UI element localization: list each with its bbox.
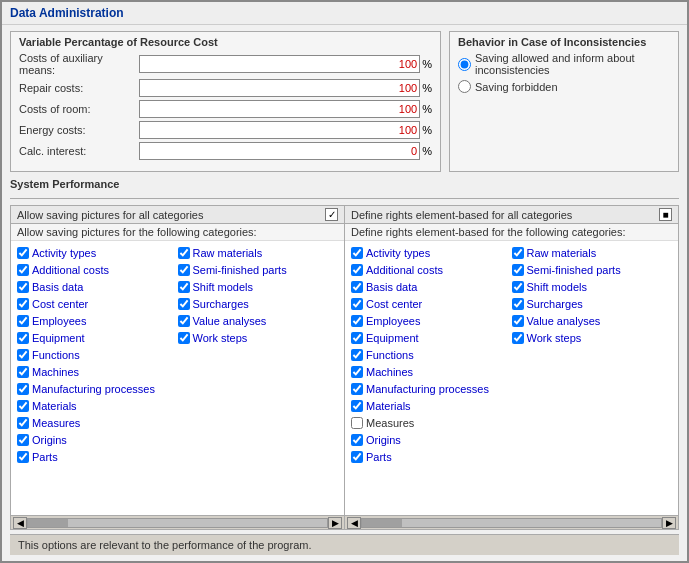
list-item: Semi-finished parts <box>512 262 673 278</box>
shift-models-check-left[interactable] <box>178 281 190 293</box>
list-item: Equipment <box>17 330 178 346</box>
machines-check-right[interactable] <box>351 366 363 378</box>
behavior-option-1: Saving forbidden <box>458 80 670 93</box>
raw-materials-check-right[interactable] <box>512 247 524 259</box>
allow-pictures-sub-header: Allow saving pictures for the following … <box>11 224 344 241</box>
left-scroll-left[interactable]: ◀ <box>13 517 27 529</box>
employees-label-left: Employees <box>32 315 86 327</box>
surcharges-label-left: Surcharges <box>193 298 249 310</box>
allow-pictures-header: Allow saving pictures for all categories… <box>11 206 344 224</box>
origins-check-left[interactable] <box>17 434 29 446</box>
semi-finished-label-left: Semi-finished parts <box>193 264 287 276</box>
right-scroll-right[interactable]: ▶ <box>662 517 676 529</box>
left-scrollbar[interactable]: ◀ ▶ <box>11 515 344 529</box>
costs-auxiliary-row: Costs of auxiliary means: % <box>19 52 432 76</box>
list-item: Cost center <box>17 296 178 312</box>
functions-check-left[interactable] <box>17 349 29 361</box>
additional-costs-check-left[interactable] <box>17 264 29 276</box>
value-analyses-check-right[interactable] <box>512 315 524 327</box>
basis-data-check-right[interactable] <box>351 281 363 293</box>
materials-check-right[interactable] <box>351 400 363 412</box>
surcharges-check-left[interactable] <box>178 298 190 310</box>
behavior-label-1: Saving forbidden <box>475 81 558 93</box>
raw-materials-label-right: Raw materials <box>527 247 597 259</box>
surcharges-check-right[interactable] <box>512 298 524 310</box>
list-item: Raw materials <box>512 245 673 261</box>
employees-check-left[interactable] <box>17 315 29 327</box>
activity-types-label-left: Activity types <box>32 247 96 259</box>
materials-check-left[interactable] <box>17 400 29 412</box>
define-rights-header: Define rights element-based for all cate… <box>345 206 678 224</box>
surcharges-label-right: Surcharges <box>527 298 583 310</box>
manufacturing-check-left[interactable] <box>17 383 29 395</box>
value-analyses-label-right: Value analyses <box>527 315 601 327</box>
list-item: Equipment <box>351 330 512 346</box>
calc-interest-input[interactable] <box>139 142 420 160</box>
behavior-radio-0[interactable] <box>458 58 471 71</box>
costs-room-label: Costs of room: <box>19 103 139 115</box>
calc-interest-label: Calc. interest: <box>19 145 139 157</box>
measures-check-right[interactable] <box>351 417 363 429</box>
repair-costs-input[interactable] <box>139 79 420 97</box>
shift-models-check-right[interactable] <box>512 281 524 293</box>
behavior-radio-1[interactable] <box>458 80 471 93</box>
list-item: Functions <box>351 347 512 363</box>
left-scroll-track[interactable] <box>27 518 328 528</box>
list-item: Value analyses <box>512 313 673 329</box>
additional-costs-check-right[interactable] <box>351 264 363 276</box>
manufacturing-label-right: Manufacturing processes <box>366 383 489 395</box>
right-scrollbar[interactable]: ◀ ▶ <box>345 515 678 529</box>
list-item: Measures <box>351 415 512 431</box>
machines-check-left[interactable] <box>17 366 29 378</box>
allow-pictures-all-checkbox[interactable]: ✓ <box>325 208 338 221</box>
define-rights-categories: Activity types Additional costs Basis da… <box>345 241 678 515</box>
energy-costs-input[interactable] <box>139 121 420 139</box>
origins-check-right[interactable] <box>351 434 363 446</box>
employees-check-right[interactable] <box>351 315 363 327</box>
variable-percentage-group: Variable Percantage of Resource Cost Cos… <box>10 31 441 172</box>
list-item: Shift models <box>512 279 673 295</box>
list-item: Machines <box>351 364 512 380</box>
semi-finished-check-left[interactable] <box>178 264 190 276</box>
functions-check-right[interactable] <box>351 349 363 361</box>
origins-label-left: Origins <box>32 434 67 446</box>
basis-data-label-left: Basis data <box>32 281 83 293</box>
list-item: Employees <box>351 313 512 329</box>
right-scroll-left[interactable]: ◀ <box>347 517 361 529</box>
list-item: Machines <box>17 364 178 380</box>
value-analyses-check-left[interactable] <box>178 315 190 327</box>
activity-types-check-right[interactable] <box>351 247 363 259</box>
left-scroll-right[interactable]: ▶ <box>328 517 342 529</box>
activity-types-check-left[interactable] <box>17 247 29 259</box>
equipment-check-left[interactable] <box>17 332 29 344</box>
basis-data-check-left[interactable] <box>17 281 29 293</box>
manufacturing-check-right[interactable] <box>351 383 363 395</box>
left-scroll-thumb[interactable] <box>28 519 68 527</box>
cost-center-check-right[interactable] <box>351 298 363 310</box>
parts-check-left[interactable] <box>17 451 29 463</box>
measures-check-left[interactable] <box>17 417 29 429</box>
semi-finished-check-right[interactable] <box>512 264 524 276</box>
parts-check-right[interactable] <box>351 451 363 463</box>
work-steps-check-right[interactable] <box>512 332 524 344</box>
cost-center-label-right: Cost center <box>366 298 422 310</box>
cost-center-check-left[interactable] <box>17 298 29 310</box>
energy-costs-label: Energy costs: <box>19 124 139 136</box>
costs-room-input[interactable] <box>139 100 420 118</box>
define-rights-header-label: Define rights element-based for all cate… <box>351 209 655 221</box>
raw-materials-check-left[interactable] <box>178 247 190 259</box>
work-steps-check-left[interactable] <box>178 332 190 344</box>
right-scroll-thumb[interactable] <box>362 519 402 527</box>
list-item: Manufacturing processes <box>17 381 178 397</box>
system-performance-label: System Performance <box>10 178 679 190</box>
right-scroll-track[interactable] <box>361 518 662 528</box>
bottom-bar: This options are relevant to the perform… <box>10 534 679 555</box>
semi-finished-label-right: Semi-finished parts <box>527 264 621 276</box>
costs-auxiliary-input[interactable] <box>139 55 420 73</box>
equipment-check-right[interactable] <box>351 332 363 344</box>
define-rights-sub-header: Define rights element-based for the foll… <box>345 224 678 241</box>
list-item: Measures <box>17 415 178 431</box>
list-item: Semi-finished parts <box>178 262 339 278</box>
define-rights-all-checkbox[interactable]: ■ <box>659 208 672 221</box>
list-item: Shift models <box>178 279 339 295</box>
